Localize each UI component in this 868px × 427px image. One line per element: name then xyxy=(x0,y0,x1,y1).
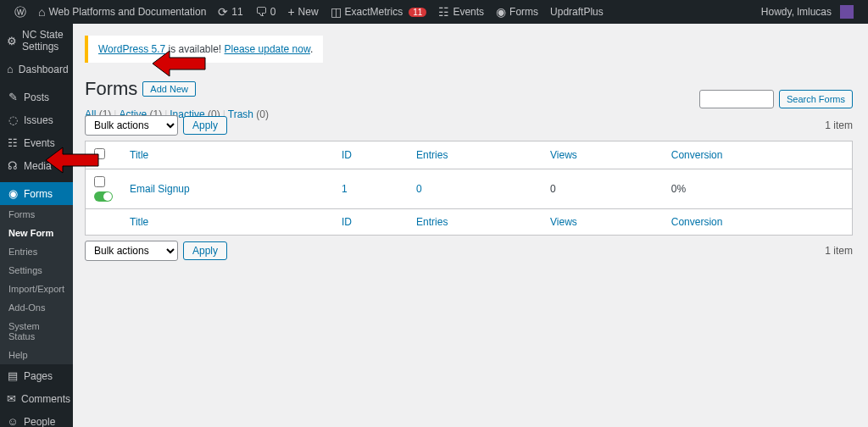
avatar xyxy=(840,5,854,19)
events-link[interactable]: ☷Events xyxy=(432,0,490,24)
updates-link[interactable]: ⟳11 xyxy=(212,0,248,24)
updates-count: 11 xyxy=(231,6,242,18)
comments-link[interactable]: 🗨0 xyxy=(249,0,282,24)
exactmetrics-link[interactable]: ◫ExactMetrics11 xyxy=(325,0,433,24)
comments-count: 0 xyxy=(270,6,276,18)
wp-logo[interactable]: ⓦ xyxy=(8,0,32,24)
my-account[interactable]: Howdy, lmlucas xyxy=(755,0,860,24)
admin-bar: ⓦ ⌂Web Platforms and Documentation ⟳11 🗨… xyxy=(0,0,868,24)
new-content[interactable]: +New xyxy=(281,0,324,24)
site-title: Web Platforms and Documentation xyxy=(48,6,206,18)
new-label: New xyxy=(298,6,319,18)
howdy-text: Howdy, lmlucas xyxy=(761,6,832,18)
updraft-link[interactable]: UpdraftPlus xyxy=(544,0,609,24)
exactmetrics-badge: 11 xyxy=(409,8,426,17)
forms-link[interactable]: ◉Forms xyxy=(490,0,544,24)
site-link[interactable]: ⌂Web Platforms and Documentation xyxy=(32,0,212,24)
